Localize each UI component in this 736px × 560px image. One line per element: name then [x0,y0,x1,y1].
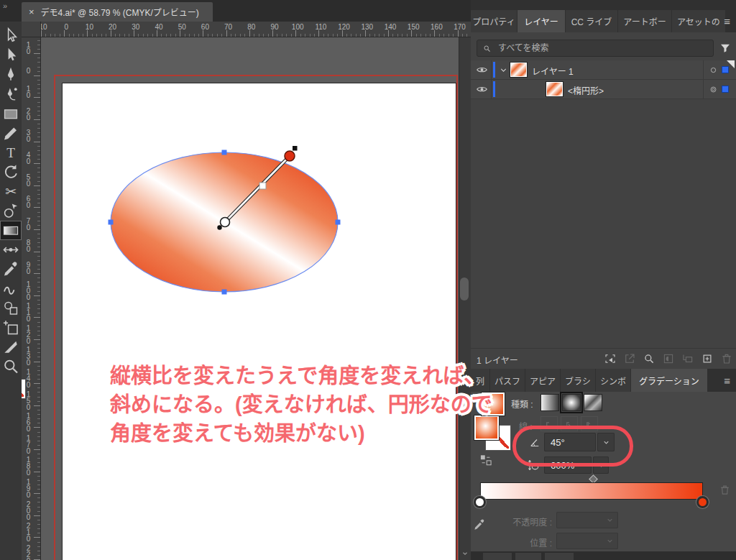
target-icon[interactable] [708,65,719,75]
layer-thumbnail[interactable] [510,63,527,77]
visibility-eye-icon[interactable] [476,64,488,76]
layer-row[interactable]: レイヤー 1 [471,60,736,80]
panel-tab-2[interactable]: レイヤー [518,10,565,32]
rectangle-tool[interactable] [0,104,22,124]
selection-handle-top[interactable] [222,150,227,155]
annotation-line-3: 角度を変えても効果がない) [110,419,492,448]
panel-tab-3[interactable]: CC ライブ [566,10,617,32]
slice-tool[interactable] [0,337,22,357]
width-tool[interactable] [0,240,22,260]
selection-handle-right[interactable] [336,220,341,225]
canvas-pasteboard[interactable] [41,37,459,560]
ruler-label: 120 [338,23,350,31]
eyedropper-tool[interactable] [0,260,22,279]
freeform-gradient-type-button[interactable] [584,394,602,411]
zoom-tool[interactable] [0,357,22,376]
close-tab-icon[interactable]: × [29,7,34,17]
symbol-icon [0,298,22,318]
search-input[interactable] [497,42,708,54]
dock-tab-5[interactable]: シンボ [596,369,630,392]
gradient-icon [0,221,22,240]
pencil-tool[interactable] [0,124,22,143]
annotator-end-square[interactable] [293,146,298,151]
locate-object-icon[interactable] [643,352,656,365]
dock-tab-3[interactable]: アピア [525,369,560,392]
document-tab[interactable]: × デモ4.ai* @ 58.79 % (CMYK/プレビュー) [22,2,213,22]
linear-gradient-type-button[interactable] [540,394,559,411]
direct-selection-tool[interactable] [0,46,22,65]
ruler-label: 190 [24,478,32,497]
filter-icon[interactable] [719,42,732,55]
panel-tab-4[interactable]: アートボー [618,10,671,32]
share-icon [623,352,636,365]
ruler-label: 220 [24,543,32,560]
artwork-overlay [41,37,459,560]
symbol-sprayer-tool[interactable] [0,298,22,318]
gradient-stop-white[interactable] [474,496,486,508]
ruler-label: 10 [24,41,32,54]
target-icon[interactable] [708,84,719,95]
layers-panel-menu-icon[interactable]: ≡ [724,15,730,27]
ruler-label: 20 [109,23,116,31]
ruler-label: 40 [24,151,32,164]
delete-stop-icon[interactable] [719,484,731,496]
pen-tool[interactable] [0,65,22,85]
collect-for-export-icon[interactable] [604,352,617,365]
scrollbar-down-arrow[interactable] [461,549,469,558]
shape-builder-tool[interactable] [0,201,22,221]
visibility-eye-icon[interactable] [476,83,488,96]
layer-name[interactable]: レイヤー 1 [532,65,574,77]
layer-row[interactable]: <楕円形> [471,80,736,99]
dock-tab-6[interactable]: グラデーション [631,369,707,392]
reverse-gradient-icon[interactable] [479,453,493,467]
ruler-label: 50 [24,173,32,186]
eyedropper-icon [0,260,22,279]
layer-name[interactable]: <楕円形> [568,84,604,96]
layer-thumbnail[interactable] [546,82,563,96]
selection-indicator[interactable] [722,86,729,93]
radial-gradient-type-button[interactable] [562,394,581,411]
annotation-line-1: 縦横比を変えたうえで角度を変えれば、 [110,362,492,390]
annotator-end-handle[interactable] [285,151,295,161]
curvature-icon [0,85,22,104]
opacity-dropdown[interactable] [556,512,618,528]
selection-handle-bottom[interactable] [222,290,227,295]
annotator-origin-handle[interactable] [221,218,230,227]
layers-search-box[interactable] [477,40,714,57]
tab-stub [545,553,574,560]
ruler-label: 10 [24,85,32,98]
workspace-overflow-chevrons[interactable]: » [3,1,7,10]
expand-chevron-icon[interactable] [499,65,508,75]
curvature-tool[interactable] [0,85,22,104]
layers-footer-buttons [586,352,733,365]
layer-color-bar [493,62,495,78]
scrollbar-thumb[interactable] [460,277,469,300]
type-tool[interactable]: T [0,143,22,162]
eyedropper-icon[interactable] [472,518,487,532]
gradient-tool[interactable] [0,221,22,240]
ruler-label: 40 [155,23,162,31]
panel-tab-5[interactable]: アセットの [672,10,725,32]
rotate-tool[interactable] [0,162,22,182]
position-label: 位置 : [505,536,552,548]
shaper-tool[interactable] [0,279,22,298]
annotator-midpoint-handle[interactable] [259,183,266,189]
panel-tab-1[interactable]: プロパティ [471,10,517,32]
selection-handle-left[interactable] [109,220,114,225]
selection-tool[interactable] [0,27,22,46]
ruler-label: 50 [178,23,186,31]
vertical-ruler: 1001020304050607080901001101201301401501… [22,37,41,560]
scissors-tool[interactable]: ✂ [0,182,22,201]
new-layer-icon[interactable] [701,352,714,365]
position-dropdown[interactable] [556,533,618,549]
ruler-label: 90 [24,261,32,274]
dock-tab-2[interactable]: パスフ [490,369,525,392]
gradient-slider-bar[interactable] [480,482,703,500]
gradient-panel-menu-icon[interactable]: ≡ [724,375,730,387]
ruler-corner[interactable] [22,22,41,37]
artboard-tool[interactable] [0,318,22,337]
dock-tab-4[interactable]: ブラシ [561,369,595,392]
svg-text:✂: ✂ [5,184,17,199]
svg-text:T: T [6,145,15,160]
gradient-stop-red[interactable] [696,496,709,508]
